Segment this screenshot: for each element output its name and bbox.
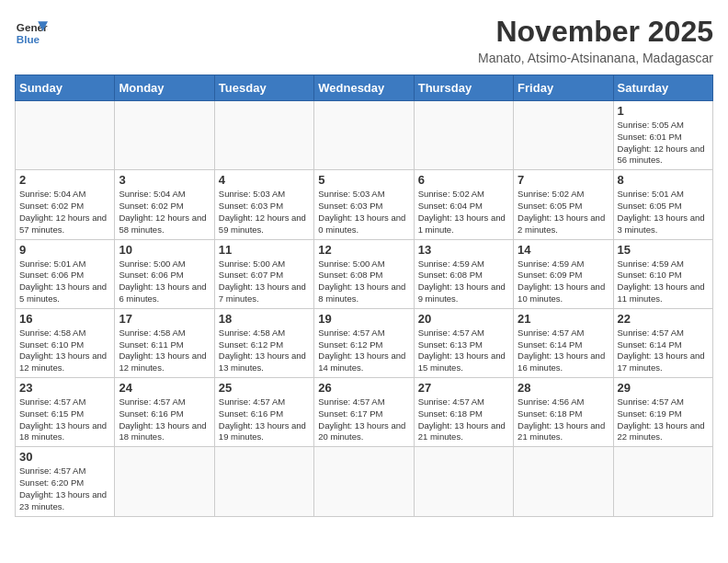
day-number: 28: [518, 381, 609, 395]
day-number: 11: [219, 243, 310, 257]
location-subtitle: Manato, Atsimo-Atsinanana, Madagascar: [478, 51, 713, 65]
calendar-cell: [314, 447, 414, 516]
calendar-cell: [514, 101, 613, 170]
day-number: 12: [318, 243, 409, 257]
calendar-cell: [214, 101, 313, 170]
day-info: Sunrise: 4:59 AM Sunset: 6:08 PM Dayligh…: [418, 259, 509, 305]
calendar-cell: 6Sunrise: 5:02 AM Sunset: 6:04 PM Daylig…: [414, 170, 513, 239]
day-header-saturday: Saturday: [613, 75, 712, 101]
calendar-cell: [514, 447, 613, 516]
day-header-tuesday: Tuesday: [214, 75, 313, 101]
day-header-sunday: Sunday: [16, 75, 115, 101]
day-info: Sunrise: 4:57 AM Sunset: 6:20 PM Dayligh…: [19, 465, 110, 512]
day-info: Sunrise: 4:59 AM Sunset: 6:09 PM Dayligh…: [518, 259, 609, 305]
calendar-cell: 27Sunrise: 4:57 AM Sunset: 6:18 PM Dayli…: [414, 378, 513, 447]
calendar-week-row: 30Sunrise: 4:57 AM Sunset: 6:20 PM Dayli…: [16, 447, 713, 516]
calendar-cell: 28Sunrise: 4:56 AM Sunset: 6:18 PM Dayli…: [514, 378, 613, 447]
calendar-cell: 9Sunrise: 5:01 AM Sunset: 6:06 PM Daylig…: [16, 239, 115, 308]
page-header: General Blue November 2025 Manato, Atsim…: [15, 15, 713, 65]
day-number: 1: [618, 104, 709, 118]
logo: General Blue: [15, 15, 48, 48]
calendar-week-row: 23Sunrise: 4:57 AM Sunset: 6:15 PM Dayli…: [16, 378, 713, 447]
calendar-cell: 19Sunrise: 4:57 AM Sunset: 6:12 PM Dayli…: [314, 308, 414, 377]
calendar-cell: 18Sunrise: 4:58 AM Sunset: 6:12 PM Dayli…: [214, 308, 313, 377]
calendar-cell: [613, 447, 712, 516]
day-number: 25: [219, 381, 310, 395]
calendar-cell: 1Sunrise: 5:05 AM Sunset: 6:01 PM Daylig…: [613, 101, 712, 170]
day-number: 20: [418, 312, 509, 326]
calendar-header-row: SundayMondayTuesdayWednesdayThursdayFrid…: [16, 75, 713, 101]
day-number: 3: [119, 173, 210, 187]
day-info: Sunrise: 4:57 AM Sunset: 6:14 PM Dayligh…: [618, 327, 709, 374]
calendar-cell: 8Sunrise: 5:01 AM Sunset: 6:05 PM Daylig…: [613, 170, 712, 239]
day-number: 4: [219, 173, 310, 187]
calendar-cell: 5Sunrise: 5:03 AM Sunset: 6:03 PM Daylig…: [314, 170, 414, 239]
month-title: November 2025: [478, 15, 713, 49]
calendar-week-row: 1Sunrise: 5:05 AM Sunset: 6:01 PM Daylig…: [16, 101, 713, 170]
day-info: Sunrise: 4:57 AM Sunset: 6:12 PM Dayligh…: [318, 327, 409, 374]
day-header-friday: Friday: [514, 75, 613, 101]
day-number: 7: [518, 173, 609, 187]
calendar-cell: 7Sunrise: 5:02 AM Sunset: 6:05 PM Daylig…: [514, 170, 613, 239]
day-info: Sunrise: 5:03 AM Sunset: 6:03 PM Dayligh…: [219, 189, 310, 236]
calendar-cell: [115, 101, 214, 170]
day-info: Sunrise: 4:59 AM Sunset: 6:10 PM Dayligh…: [618, 259, 709, 305]
day-info: Sunrise: 4:58 AM Sunset: 6:12 PM Dayligh…: [219, 327, 310, 374]
calendar-cell: 26Sunrise: 4:57 AM Sunset: 6:17 PM Dayli…: [314, 378, 414, 447]
day-number: 6: [418, 173, 509, 187]
calendar-cell: 24Sunrise: 4:57 AM Sunset: 6:16 PM Dayli…: [115, 378, 214, 447]
day-info: Sunrise: 5:03 AM Sunset: 6:03 PM Dayligh…: [318, 189, 409, 236]
day-number: 30: [19, 450, 110, 464]
calendar-cell: 20Sunrise: 4:57 AM Sunset: 6:13 PM Dayli…: [414, 308, 513, 377]
day-info: Sunrise: 4:57 AM Sunset: 6:15 PM Dayligh…: [19, 396, 110, 443]
calendar-cell: 29Sunrise: 4:57 AM Sunset: 6:19 PM Dayli…: [613, 378, 712, 447]
calendar-cell: 22Sunrise: 4:57 AM Sunset: 6:14 PM Dayli…: [613, 308, 712, 377]
day-number: 10: [119, 243, 210, 257]
day-header-thursday: Thursday: [414, 75, 513, 101]
calendar-cell: [16, 101, 115, 170]
calendar-cell: 14Sunrise: 4:59 AM Sunset: 6:09 PM Dayli…: [514, 239, 613, 308]
day-number: 23: [19, 381, 110, 395]
calendar-cell: [214, 447, 313, 516]
calendar-cell: 21Sunrise: 4:57 AM Sunset: 6:14 PM Dayli…: [514, 308, 613, 377]
day-info: Sunrise: 5:04 AM Sunset: 6:02 PM Dayligh…: [119, 189, 210, 236]
day-header-wednesday: Wednesday: [314, 75, 414, 101]
day-info: Sunrise: 5:02 AM Sunset: 6:04 PM Dayligh…: [418, 189, 509, 236]
day-info: Sunrise: 5:02 AM Sunset: 6:05 PM Dayligh…: [518, 189, 609, 236]
calendar-table: SundayMondayTuesdayWednesdayThursdayFrid…: [15, 75, 713, 517]
day-number: 15: [618, 243, 709, 257]
day-info: Sunrise: 4:57 AM Sunset: 6:16 PM Dayligh…: [119, 396, 210, 443]
calendar-cell: 4Sunrise: 5:03 AM Sunset: 6:03 PM Daylig…: [214, 170, 313, 239]
calendar-cell: 11Sunrise: 5:00 AM Sunset: 6:07 PM Dayli…: [214, 239, 313, 308]
day-number: 18: [219, 312, 310, 326]
calendar-cell: 13Sunrise: 4:59 AM Sunset: 6:08 PM Dayli…: [414, 239, 513, 308]
calendar-cell: 30Sunrise: 4:57 AM Sunset: 6:20 PM Dayli…: [16, 447, 115, 516]
calendar-cell: 25Sunrise: 4:57 AM Sunset: 6:16 PM Dayli…: [214, 378, 313, 447]
calendar-cell: [414, 101, 513, 170]
day-number: 16: [19, 312, 110, 326]
calendar-cell: 23Sunrise: 4:57 AM Sunset: 6:15 PM Dayli…: [16, 378, 115, 447]
day-number: 26: [318, 381, 409, 395]
day-number: 14: [518, 243, 609, 257]
calendar-week-row: 2Sunrise: 5:04 AM Sunset: 6:02 PM Daylig…: [16, 170, 713, 239]
day-number: 5: [318, 173, 409, 187]
day-number: 9: [19, 243, 110, 257]
day-number: 17: [119, 312, 210, 326]
calendar-cell: [314, 101, 414, 170]
day-info: Sunrise: 4:57 AM Sunset: 6:18 PM Dayligh…: [418, 396, 509, 443]
calendar-cell: 12Sunrise: 5:00 AM Sunset: 6:08 PM Dayli…: [314, 239, 414, 308]
day-info: Sunrise: 4:57 AM Sunset: 6:19 PM Dayligh…: [618, 396, 709, 443]
day-info: Sunrise: 4:58 AM Sunset: 6:10 PM Dayligh…: [19, 327, 110, 374]
day-info: Sunrise: 5:00 AM Sunset: 6:06 PM Dayligh…: [119, 259, 210, 305]
day-info: Sunrise: 5:00 AM Sunset: 6:07 PM Dayligh…: [219, 259, 310, 305]
day-number: 19: [318, 312, 409, 326]
calendar-cell: 2Sunrise: 5:04 AM Sunset: 6:02 PM Daylig…: [16, 170, 115, 239]
svg-text:Blue: Blue: [17, 33, 40, 45]
day-info: Sunrise: 4:57 AM Sunset: 6:17 PM Dayligh…: [318, 396, 409, 443]
day-number: 29: [618, 381, 709, 395]
day-number: 2: [19, 173, 110, 187]
calendar-cell: 16Sunrise: 4:58 AM Sunset: 6:10 PM Dayli…: [16, 308, 115, 377]
calendar-week-row: 16Sunrise: 4:58 AM Sunset: 6:10 PM Dayli…: [16, 308, 713, 377]
calendar-cell: [414, 447, 513, 516]
day-info: Sunrise: 4:58 AM Sunset: 6:11 PM Dayligh…: [119, 327, 210, 374]
